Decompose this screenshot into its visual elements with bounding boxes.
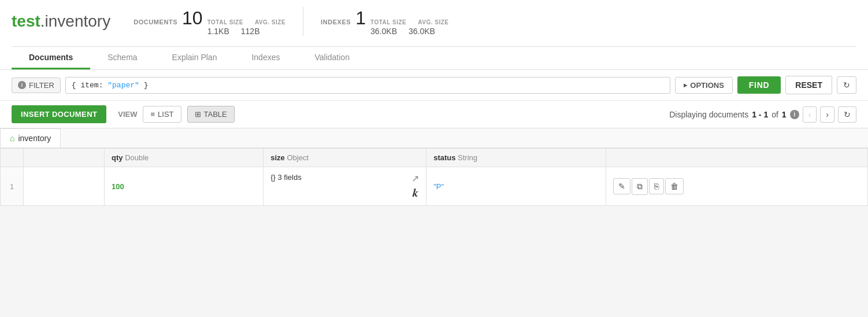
list-view-button[interactable]: ≡ LIST xyxy=(143,106,181,123)
th-row-num xyxy=(1,149,24,167)
th-status: status String xyxy=(426,149,606,167)
row-id-cell xyxy=(24,167,105,206)
indexes-count: 1 xyxy=(355,8,366,29)
delete-document-button[interactable]: 🗑 xyxy=(665,178,684,194)
filter-info-icon: i xyxy=(18,81,26,89)
tab-indexes[interactable]: Indexes xyxy=(234,47,297,69)
docs-total-size-label: TOTAL SIZE xyxy=(207,19,243,25)
prev-page-button[interactable]: ‹ xyxy=(803,106,817,123)
collection-title: test.inventory xyxy=(12,12,110,31)
table-view-button[interactable]: ⊞ TABLE xyxy=(187,106,235,123)
list-icon: ≡ xyxy=(150,110,155,119)
th-actions xyxy=(606,149,868,167)
status-field-type: String xyxy=(458,153,477,162)
filter-input[interactable]: { item: "paper" } xyxy=(65,77,671,94)
status-field-name: status xyxy=(433,153,455,162)
insert-document-button[interactable]: INSERT DOCUMENT xyxy=(12,105,106,123)
pagination-prefix: Displaying documents xyxy=(669,110,748,119)
pagination-of: of xyxy=(771,110,778,119)
documents-sub: TOTAL SIZE AVG. SIZE 1.1KB 112B xyxy=(207,19,285,36)
pagination-info: Displaying documents 1 - 1 of 1 i ‹ › ↻ xyxy=(669,106,856,123)
table-area: ⌂ inventory qty Double size Object statu… xyxy=(0,128,868,206)
qty-field-name: qty xyxy=(112,153,123,162)
tab-schema[interactable]: Schema xyxy=(90,47,154,69)
collection-tab-item[interactable]: ⌂ inventory xyxy=(0,128,61,148)
header-row: qty Double size Object status String xyxy=(1,149,868,167)
clone-document-button[interactable]: ⧉ xyxy=(632,178,648,195)
docs-total-size-value: 1.1KB xyxy=(207,27,229,36)
stat-divider xyxy=(303,7,303,36)
th-qty: qty Double xyxy=(105,149,264,167)
data-table: qty Double size Object status String 1 xyxy=(0,148,868,206)
filter-value: "paper" xyxy=(107,81,139,90)
tab-validation[interactable]: Validation xyxy=(297,47,366,69)
row-qty-cell: 100 xyxy=(105,167,264,206)
next-page-button[interactable]: › xyxy=(820,106,834,123)
expand-icon[interactable]: ↗ xyxy=(411,173,419,184)
view-label: VIEW xyxy=(118,110,137,119)
options-triangle-icon: ▶ xyxy=(684,83,687,88)
pagination-total: 1 xyxy=(782,110,787,119)
table-label: TABLE xyxy=(204,110,227,119)
title-dot: . xyxy=(40,12,45,30)
collection-tab-label: inventory xyxy=(18,134,51,143)
row-actions-cell: ✎ ⧉ ⎘ 🗑 xyxy=(606,167,868,206)
documents-count: 10 xyxy=(182,8,203,29)
header-top: test.inventory DOCUMENTS 10 TOTAL SIZE A… xyxy=(12,7,856,42)
table-row: 1 100 {} 3 fields ↗ 𝒌 "P" ✎ xyxy=(1,167,868,206)
title-name: inventory xyxy=(45,12,111,30)
documents-label: DOCUMENTS xyxy=(133,19,177,25)
row-size-cell: {} 3 fields ↗ 𝒌 xyxy=(264,167,426,206)
filter-brace-open: { item: xyxy=(72,81,107,90)
indexes-sub: TOTAL SIZE AVG. SIZE 36.0KB 36.0KB xyxy=(370,19,448,36)
documents-stat: DOCUMENTS 10 TOTAL SIZE AVG. SIZE 1.1KB … xyxy=(133,8,285,36)
tab-documents[interactable]: Documents xyxy=(12,47,90,69)
pagination-info-icon[interactable]: i xyxy=(790,110,799,119)
table-header: qty Double size Object status String xyxy=(1,149,868,167)
list-label: LIST xyxy=(158,110,173,119)
actions-bar: INSERT DOCUMENT VIEW ≡ LIST ⊞ TABLE Disp… xyxy=(0,101,868,128)
idx-avg-size-label: AVG. SIZE xyxy=(418,19,448,25)
indexes-label: INDEXES xyxy=(321,19,351,25)
th-size: size Object xyxy=(264,149,426,167)
options-button[interactable]: ▶ OPTIONS xyxy=(675,77,733,94)
reload-button[interactable]: ↻ xyxy=(838,106,856,123)
idx-avg-size-value: 36.0KB xyxy=(409,27,435,36)
edit-document-button[interactable]: ✎ xyxy=(613,178,630,194)
title-test: test xyxy=(12,12,40,30)
th-id xyxy=(24,149,105,167)
size-field-name: size xyxy=(270,153,285,162)
header: test.inventory DOCUMENTS 10 TOTAL SIZE A… xyxy=(0,0,868,70)
toolbar-refresh-button[interactable]: ↻ xyxy=(837,76,856,94)
collection-tab-bar: ⌂ inventory xyxy=(0,128,868,148)
cursor-icon: 𝒌 xyxy=(413,186,418,200)
docs-avg-size-label: AVG. SIZE xyxy=(255,19,285,25)
idx-total-size-label: TOTAL SIZE xyxy=(370,19,406,25)
filter-label: FILTER xyxy=(29,81,54,90)
copy-document-button[interactable]: ⎘ xyxy=(649,178,664,194)
stats-group: DOCUMENTS 10 TOTAL SIZE AVG. SIZE 1.1KB … xyxy=(133,7,448,36)
size-value: {} 3 fields xyxy=(270,173,302,182)
reset-button[interactable]: RESET xyxy=(785,76,832,94)
home-icon: ⌂ xyxy=(10,134,14,143)
row-status-cell: "P" xyxy=(426,167,606,206)
tabs: Documents Schema Explain Plan Indexes Va… xyxy=(12,46,856,69)
table-icon: ⊞ xyxy=(195,110,201,119)
qty-field-type: Double xyxy=(125,153,149,162)
status-value: "P" xyxy=(433,182,444,191)
row-actions: ✎ ⧉ ⎘ 🗑 xyxy=(613,178,860,195)
find-button[interactable]: FIND xyxy=(737,76,781,94)
qty-value: 100 xyxy=(112,182,124,191)
tab-explain-plan[interactable]: Explain Plan xyxy=(155,47,235,69)
docs-avg-size-value: 112B xyxy=(241,27,260,36)
options-label: OPTIONS xyxy=(690,81,724,90)
toolbar: i FILTER { item: "paper" } ▶ OPTIONS FIN… xyxy=(0,70,868,101)
filter-button[interactable]: i FILTER xyxy=(12,78,61,93)
refresh-icon: ↻ xyxy=(843,80,850,90)
table-body: 1 100 {} 3 fields ↗ 𝒌 "P" ✎ xyxy=(1,167,868,206)
indexes-stat: INDEXES 1 TOTAL SIZE AVG. SIZE 36.0KB 36… xyxy=(321,8,448,36)
pagination-range: 1 - 1 xyxy=(752,110,768,119)
size-field-type: Object xyxy=(287,153,309,162)
filter-brace-close: } xyxy=(139,81,149,90)
row-number: 1 xyxy=(1,167,24,206)
